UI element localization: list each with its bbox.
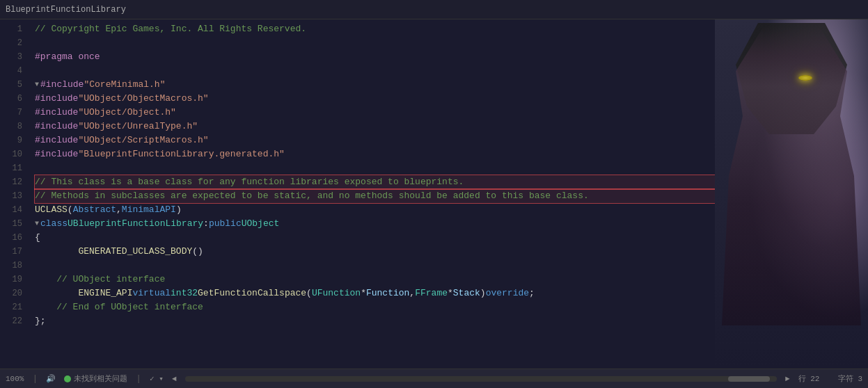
horizontal-scrollbar[interactable] <box>185 376 777 382</box>
line-number-6: 6 <box>0 92 29 106</box>
issues-status: 未找到相关问题 <box>64 373 127 384</box>
line-number-12: 12 <box>0 175 29 189</box>
check-icon: ✓ ▾ <box>150 374 164 383</box>
line-number-15: 15 <box>0 217 29 231</box>
include-keyword: #include <box>35 120 78 134</box>
uclass-macro: UCLASS <box>35 203 68 217</box>
line-number-10: 10 <box>0 147 29 161</box>
line-number-21: 21 <box>0 300 29 314</box>
line-number-2: 2 <box>0 36 29 50</box>
include-path: "UObject/UnrealType.h" <box>78 120 198 134</box>
top-bar: BlueprintFunctionLibrary <box>0 0 868 19</box>
line-number-1: 1 <box>0 22 29 36</box>
cursor-position: 行 22 字符 3 <box>798 373 862 384</box>
status-bar: 100% | 🔊 未找到相关问题 | ✓ ▾ ◄ ► 行 22 字符 3 <box>0 369 868 388</box>
scrollbar-thumb[interactable] <box>728 376 770 382</box>
include-path: "UObject/Object.h" <box>78 106 175 120</box>
status-ok-icon <box>64 375 71 382</box>
line-number-5: 5 <box>0 78 29 92</box>
include-path: "UObject/ObjectMacros.h" <box>78 92 208 106</box>
comment-text: // Methods in subclasses are expected to… <box>35 189 589 203</box>
line-number-19: 19 <box>0 273 29 286</box>
anime-eye-glow <box>798 75 812 81</box>
include-path: "CoreMinimal.h" <box>84 78 165 92</box>
include-keyword: #include <box>35 147 78 161</box>
include-keyword: #include <box>40 78 84 92</box>
include-path: "UObject/ScriptMacros.h" <box>78 134 208 147</box>
line-number-13: 13 <box>0 189 29 203</box>
comment-text: // Copyright Epic Games, Inc. All Rights… <box>35 22 306 36</box>
comment-text: // End of UObject interface <box>56 300 203 314</box>
anime-figure <box>722 26 861 325</box>
line-number-7: 7 <box>0 106 29 120</box>
include-keyword: #include <box>35 134 78 147</box>
comment-text: // UObject interface <box>56 273 165 286</box>
line-number-22: 22 <box>0 314 29 328</box>
collapse-arrow[interactable]: ▼ <box>35 217 39 231</box>
line-number-20: 20 <box>0 286 29 300</box>
line-numbers: 12345678910111213141516171819202122 <box>0 19 29 369</box>
line-number-3: 3 <box>0 50 29 64</box>
arrow-left: ◄ <box>172 375 177 383</box>
audio-icon: 🔊 <box>46 374 56 383</box>
editor-container: 12345678910111213141516171819202122 // C… <box>0 19 868 369</box>
arrow-right: ► <box>785 375 790 383</box>
include-path: "BlueprintFunctionLibrary.generated.h" <box>78 147 284 161</box>
include-keyword: #include <box>35 92 78 106</box>
zoom-level: 100% <box>6 375 24 383</box>
collapse-arrow[interactable]: ▼ <box>35 78 39 92</box>
anime-overlay <box>715 19 868 369</box>
line-number-18: 18 <box>0 259 29 273</box>
comment-text: // This class is a base class for any fu… <box>35 175 464 189</box>
pragma-text: #pragma once <box>35 50 100 64</box>
line-number-4: 4 <box>0 64 29 78</box>
file-title: BlueprintFunctionLibrary <box>6 5 126 15</box>
line-number-11: 11 <box>0 161 29 175</box>
line-number-8: 8 <box>0 120 29 134</box>
line-number-14: 14 <box>0 203 29 217</box>
line-number-9: 9 <box>0 134 29 147</box>
line-number-17: 17 <box>0 245 29 259</box>
include-keyword: #include <box>35 106 78 120</box>
line-number-16: 16 <box>0 231 29 245</box>
